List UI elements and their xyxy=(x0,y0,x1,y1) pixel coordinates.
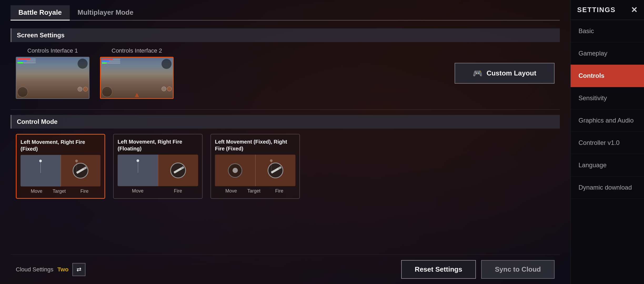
mode1-label-target: Target xyxy=(53,189,68,194)
controls-interface-2[interactable]: Controls Interface 2 xyxy=(100,47,174,99)
interface1-preview[interactable] xyxy=(16,57,89,99)
sidebar-header: SETTINGS ✕ xyxy=(571,0,644,20)
control-mode-header: Control Mode xyxy=(11,115,560,129)
mode2-name: Left Movement, Right Fire (Floating) xyxy=(118,138,198,152)
sidebar-item-dynamic-download[interactable]: Dynamic download xyxy=(571,176,644,199)
tab-battle-royale[interactable]: Battle Royale xyxy=(11,5,70,21)
mode1-left xyxy=(21,155,61,186)
mode2-fire-btn xyxy=(170,163,186,178)
close-button[interactable]: ✕ xyxy=(631,5,637,14)
control-mode-card-1[interactable]: Left Movement, Right Fire (Fixed) xyxy=(16,134,105,199)
cloud-settings-label: Cloud Settings xyxy=(16,266,53,273)
settings-sidebar: SETTINGS ✕ Basic Gameplay Controls Sensi… xyxy=(570,0,644,284)
game-preview-1 xyxy=(16,57,89,98)
mode1-fire-btn xyxy=(73,163,88,179)
mode3-label-fire: Fire xyxy=(263,188,295,194)
cloud-value: Two xyxy=(57,266,68,273)
control-mode-card-2[interactable]: Left Movement, Right Fire (Floating) Mo xyxy=(113,134,203,199)
sidebar-title: SETTINGS xyxy=(577,6,616,14)
mode2-right xyxy=(158,155,198,186)
mode2-left xyxy=(118,155,158,186)
bottom-bar: Cloud Settings Two ⇄ Reset Settings Sync… xyxy=(11,255,560,284)
sidebar-navigation: Basic Gameplay Controls Sensitivity Grap… xyxy=(571,20,644,284)
cloud-settings: Cloud Settings Two ⇄ xyxy=(16,263,85,276)
screen-settings-section: Screen Settings Controls Interface 1 xyxy=(11,28,560,99)
mode3-label-move: Move xyxy=(215,188,247,194)
mode1-name: Left Movement, Right Fire (Fixed) xyxy=(21,139,100,152)
mode3-diagram xyxy=(215,155,295,186)
mode3-right xyxy=(255,155,295,186)
sidebar-item-controller[interactable]: Controller v1.0 xyxy=(571,132,644,154)
tabs-bar: Battle Royale Multiplayer Mode xyxy=(11,0,560,21)
mode3-left xyxy=(215,155,255,186)
controls-interface-1[interactable]: Controls Interface 1 xyxy=(16,47,89,99)
mode2-labels: Move Fire xyxy=(118,186,198,194)
control-mode-section: Control Mode Left Movement, Right Fire (… xyxy=(11,115,560,199)
control-mode-card-3[interactable]: Left Movement (Fixed), Right Fire (Fixed… xyxy=(210,134,300,199)
tab-multiplayer-mode[interactable]: Multiplayer Mode xyxy=(70,5,141,21)
screen-settings-content: Controls Interface 1 xyxy=(11,47,560,99)
mode2-label-move: Move xyxy=(118,188,158,194)
mode3-name: Left Movement (Fixed), Right Fire (Fixed… xyxy=(215,138,295,152)
sync-to-cloud-button[interactable]: Sync to Cloud xyxy=(481,260,555,279)
sidebar-item-graphics-audio[interactable]: Graphics and Audio xyxy=(571,109,644,132)
mode3-label-target: Target xyxy=(247,188,263,194)
game-preview-2 xyxy=(101,58,173,98)
sync-arrows-icon: ⇄ xyxy=(77,266,81,273)
mode3-fixed-joystick xyxy=(228,163,242,178)
bottom-action-buttons: Reset Settings Sync to Cloud xyxy=(401,260,555,279)
interface2-label: Controls Interface 2 xyxy=(112,47,162,54)
custom-layout-button[interactable]: 🎮 Custom Layout xyxy=(455,63,555,84)
mode1-labels: Move Target Fire xyxy=(21,186,100,194)
interface1-label: Controls Interface 1 xyxy=(27,47,78,54)
mode2-label-fire: Fire xyxy=(158,188,198,194)
sidebar-item-gameplay[interactable]: Gameplay xyxy=(571,42,644,65)
gamepad-icon: 🎮 xyxy=(473,69,482,78)
mode1-right xyxy=(61,155,100,186)
section-divider xyxy=(11,109,560,110)
main-content: Battle Royale Multiplayer Mode Screen Se… xyxy=(0,0,570,284)
mode1-label-move: Move xyxy=(21,189,53,194)
mode2-diagram xyxy=(118,155,198,186)
mode3-labels: Move Target Fire xyxy=(215,186,295,194)
control-modes-list: Left Movement, Right Fire (Fixed) xyxy=(11,134,560,199)
sidebar-item-basic[interactable]: Basic xyxy=(571,20,644,42)
screen-settings-header: Screen Settings xyxy=(11,28,560,42)
sidebar-item-language[interactable]: Language xyxy=(571,154,644,176)
mode1-label-fire: Fire xyxy=(68,189,100,194)
reset-settings-button[interactable]: Reset Settings xyxy=(401,260,476,279)
mode1-diagram xyxy=(21,155,100,186)
sync-icon-button[interactable]: ⇄ xyxy=(72,263,85,276)
custom-layout-label: Custom Layout xyxy=(486,69,536,77)
sidebar-item-sensitivity[interactable]: Sensitivity xyxy=(571,87,644,109)
interface2-preview[interactable] xyxy=(100,57,174,99)
sidebar-item-controls[interactable]: Controls xyxy=(571,65,644,87)
mode3-fire-btn xyxy=(268,163,283,178)
